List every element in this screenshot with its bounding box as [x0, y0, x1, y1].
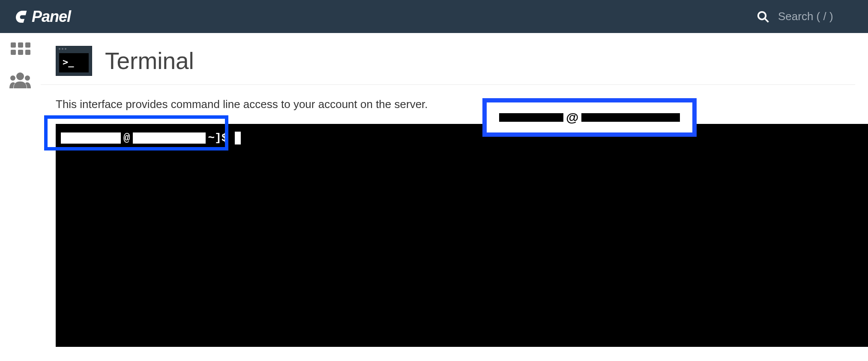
svg-point-9: [10, 75, 15, 81]
title-row: >_ Terminal: [41, 33, 855, 85]
svg-line-1: [765, 18, 769, 22]
terminal-tile-icon: >_: [56, 46, 92, 76]
grid-icon: [10, 42, 31, 60]
redacted-host: [581, 113, 680, 122]
highlight-box-prompt: [44, 115, 228, 150]
svg-rect-2: [11, 42, 16, 48]
svg-rect-3: [18, 42, 23, 48]
layout: >_ Terminal This interface provides comm…: [0, 33, 868, 361]
terminal-tile-prompt: >_: [59, 53, 89, 72]
page-title: Terminal: [105, 47, 194, 75]
users-icon: [9, 71, 32, 91]
cpanel-logo-text: Panel: [32, 8, 71, 26]
svg-point-10: [25, 75, 30, 81]
svg-rect-4: [25, 42, 30, 48]
main-content: >_ Terminal This interface provides comm…: [41, 33, 868, 361]
svg-point-8: [16, 72, 24, 80]
top-header: Panel: [0, 0, 868, 33]
terminal-cursor: [235, 132, 241, 144]
highlight-box-user-host: @: [482, 98, 697, 137]
svg-rect-6: [18, 50, 23, 55]
redacted-user: [499, 113, 563, 122]
search-area: [757, 10, 855, 23]
cpanel-logo-icon: [13, 8, 31, 26]
sidebar: [0, 33, 41, 361]
search-icon[interactable]: [757, 10, 769, 23]
at-symbol: @: [566, 110, 578, 125]
svg-point-0: [758, 12, 766, 19]
svg-rect-5: [11, 50, 16, 55]
terminal-wrap: @ @ ~]$: [56, 124, 868, 347]
cpanel-logo[interactable]: Panel: [13, 8, 71, 26]
svg-rect-7: [25, 50, 30, 55]
sidebar-item-apps[interactable]: [10, 42, 31, 60]
search-input[interactable]: [778, 10, 855, 23]
sidebar-item-users[interactable]: [9, 71, 32, 91]
terminal-console[interactable]: @ ~]$: [56, 124, 868, 347]
